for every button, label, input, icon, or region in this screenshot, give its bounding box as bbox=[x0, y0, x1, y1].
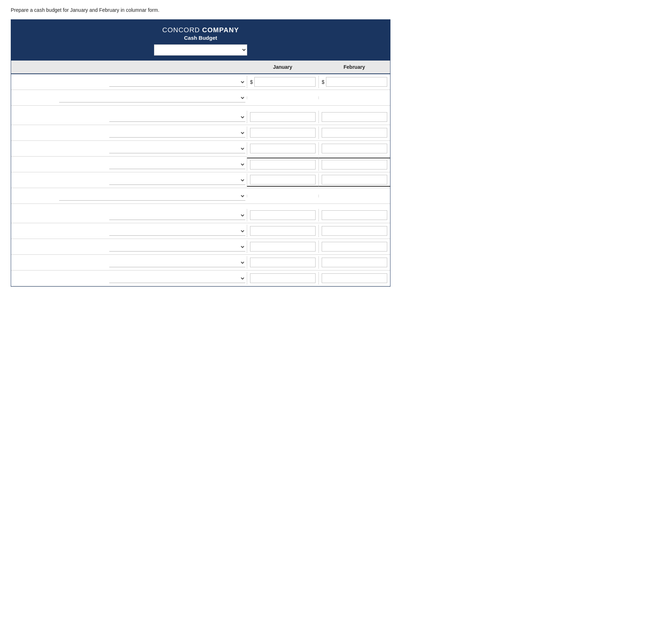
feb-input[interactable] bbox=[322, 128, 387, 138]
table-row: Direct materials Direct labor Manufactur… bbox=[11, 207, 390, 223]
feb-input[interactable] bbox=[322, 226, 387, 236]
label-cell-wide: Receipts Disbursements bbox=[11, 92, 247, 104]
row-label-dropdown[interactable]: Direct materials Direct labor Manufactur… bbox=[109, 211, 245, 220]
row-label-dropdown[interactable]: Collections from customers Sales Other r… bbox=[109, 128, 245, 138]
feb-cell-empty bbox=[318, 195, 390, 197]
label-cell: Direct materials Direct labor Manufactur… bbox=[11, 257, 247, 269]
jan-cell bbox=[247, 173, 318, 187]
feb-cell bbox=[318, 272, 390, 284]
col-header-january: January bbox=[247, 61, 318, 73]
feb-input[interactable] bbox=[322, 175, 387, 185]
jan-cell bbox=[247, 158, 318, 171]
jan-input[interactable] bbox=[250, 160, 316, 169]
budget-title: Cash Budget bbox=[15, 35, 387, 41]
row-label-dropdown[interactable]: Total receipts Total cash available bbox=[109, 160, 245, 169]
period-dropdown-wrap: January and February Q1 bbox=[15, 44, 387, 56]
feb-cell bbox=[318, 240, 390, 253]
feb-input[interactable] bbox=[322, 242, 387, 252]
feb-cell bbox=[318, 126, 390, 139]
table-row: Total receipts Total cash available bbox=[11, 157, 390, 172]
jan-cell bbox=[247, 225, 318, 237]
table-row: Total cash available Total receipts bbox=[11, 172, 390, 188]
jan-input[interactable] bbox=[250, 175, 316, 185]
jan-cell: $ bbox=[247, 76, 318, 88]
jan-cell-empty bbox=[247, 96, 318, 99]
feb-cell bbox=[318, 111, 390, 123]
row-label-dropdown[interactable]: Direct materials Direct labor Manufactur… bbox=[109, 242, 245, 252]
budget-table-wrapper: CONCORD COMPANY Cash Budget January and … bbox=[11, 19, 390, 287]
jan-input[interactable] bbox=[250, 112, 316, 122]
label-cell: Total cash available Total receipts bbox=[11, 174, 247, 186]
jan-cell bbox=[247, 126, 318, 139]
label-cell: Collections from customers Sales Other r… bbox=[11, 127, 247, 139]
jan-input[interactable] bbox=[250, 144, 316, 153]
row-label-dropdown[interactable]: Direct materials Direct labor Manufactur… bbox=[109, 274, 245, 283]
jan-input[interactable] bbox=[250, 258, 316, 267]
table-row: Collections from customers Sales Other r… bbox=[11, 109, 390, 125]
table-row: Collections from customers Sales Other r… bbox=[11, 141, 390, 157]
label-cell: Direct materials Direct labor Manufactur… bbox=[11, 209, 247, 221]
jan-input[interactable] bbox=[250, 226, 316, 236]
feb-input[interactable] bbox=[322, 273, 387, 283]
jan-input[interactable] bbox=[250, 210, 316, 220]
jan-cell bbox=[247, 142, 318, 155]
table-header: CONCORD COMPANY Cash Budget January and … bbox=[11, 20, 390, 61]
period-dropdown[interactable]: January and February Q1 bbox=[154, 44, 247, 56]
table-row: Disbursements Payments bbox=[11, 188, 390, 204]
row-label-dropdown[interactable]: Total cash available Total receipts bbox=[109, 176, 245, 185]
row-label-dropdown[interactable]: Receipts Disbursements bbox=[59, 93, 245, 102]
table-row: Collections from customers Sales Other r… bbox=[11, 125, 390, 141]
table-row: Direct materials Direct labor Manufactur… bbox=[11, 255, 390, 270]
label-cell: Collections from customers Sales Other r… bbox=[11, 143, 247, 155]
company-name: CONCORD COMPANY bbox=[15, 26, 387, 34]
jan-currency-prefix: $ bbox=[250, 79, 253, 85]
feb-cell: $ bbox=[318, 76, 390, 88]
feb-cell bbox=[318, 158, 390, 171]
row-label-dropdown[interactable]: Direct materials Direct labor Manufactur… bbox=[109, 258, 245, 267]
table-row: Direct materials Direct labor Manufactur… bbox=[11, 223, 390, 239]
label-cell: Collections from customers Sales Other r… bbox=[11, 111, 247, 123]
section-spacer bbox=[11, 106, 390, 109]
label-cell: Direct materials Direct labor Manufactur… bbox=[11, 241, 247, 253]
jan-cell bbox=[247, 240, 318, 253]
feb-cell-empty bbox=[318, 96, 390, 99]
jan-cell bbox=[247, 272, 318, 284]
jan-cell bbox=[247, 111, 318, 123]
row-label-dropdown[interactable]: Disbursements Payments bbox=[59, 191, 245, 201]
row-label-dropdown[interactable]: Beginning cash balance Collections from … bbox=[109, 77, 245, 87]
table-row: Beginning cash balance Collections from … bbox=[11, 74, 390, 90]
feb-input[interactable] bbox=[322, 210, 387, 220]
jan-input[interactable] bbox=[250, 128, 316, 138]
row-label-dropdown[interactable]: Collections from customers Sales Other r… bbox=[109, 144, 245, 153]
label-cell: Total receipts Total cash available bbox=[11, 158, 247, 171]
company-name-regular: CONCORD bbox=[162, 26, 202, 34]
feb-cell bbox=[318, 256, 390, 269]
table-row: Direct materials Direct labor Manufactur… bbox=[11, 270, 390, 286]
feb-input[interactable] bbox=[322, 112, 387, 122]
jan-input[interactable] bbox=[250, 242, 316, 252]
label-cell: Direct materials Direct labor Manufactur… bbox=[11, 225, 247, 237]
jan-cell bbox=[247, 209, 318, 221]
feb-input[interactable] bbox=[322, 258, 387, 267]
label-cell-wide: Disbursements Payments bbox=[11, 190, 247, 202]
jan-cell-empty bbox=[247, 195, 318, 197]
row-label-dropdown[interactable]: Collections from customers Sales Other r… bbox=[109, 112, 245, 122]
feb-input[interactable] bbox=[326, 77, 387, 87]
table-row: Receipts Disbursements bbox=[11, 90, 390, 106]
feb-input[interactable] bbox=[322, 144, 387, 153]
feb-cell bbox=[318, 142, 390, 155]
col-header-label bbox=[11, 61, 247, 73]
jan-input[interactable] bbox=[250, 273, 316, 283]
feb-cell bbox=[318, 173, 390, 187]
feb-cell bbox=[318, 209, 390, 221]
jan-cell bbox=[247, 256, 318, 269]
feb-input[interactable] bbox=[322, 160, 387, 169]
instructions-text: Prepare a cash budget for January and Fe… bbox=[11, 7, 661, 13]
feb-currency-prefix: $ bbox=[322, 79, 325, 85]
column-headers: January February bbox=[11, 61, 390, 74]
section-spacer bbox=[11, 204, 390, 207]
table-row: Direct materials Direct labor Manufactur… bbox=[11, 239, 390, 255]
feb-cell bbox=[318, 225, 390, 237]
jan-input[interactable] bbox=[254, 77, 316, 87]
row-label-dropdown[interactable]: Direct materials Direct labor Manufactur… bbox=[109, 226, 245, 236]
